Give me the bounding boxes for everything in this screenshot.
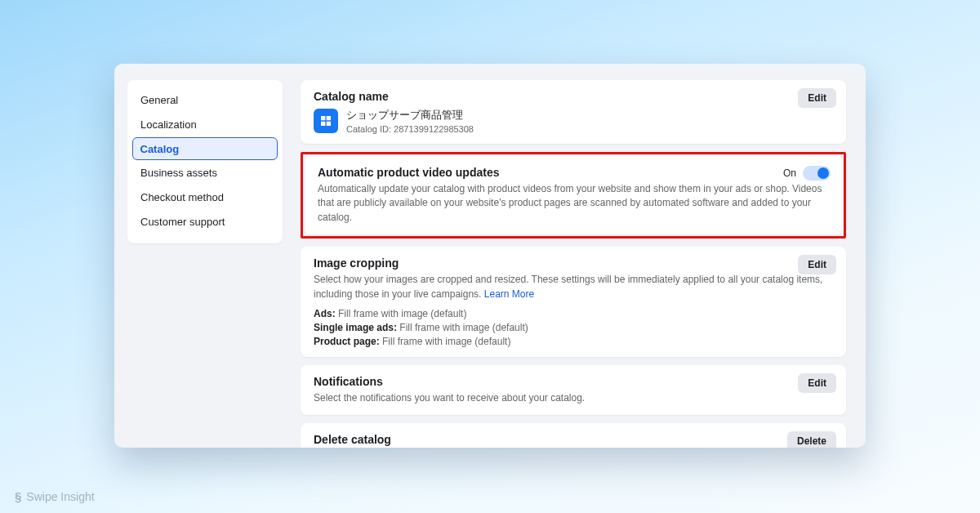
edit-notifications-button[interactable]: Edit (798, 373, 836, 393)
auto-video-highlight: Automatic product video updates On Autom… (301, 152, 846, 239)
settings-main: Catalog name Edit ショップサーブ商品管理 Catalog ID… (301, 80, 846, 431)
auto-video-heading: Automatic product video updates (318, 166, 829, 179)
cropping-single-image-line: Single image ads: Fill frame with image … (314, 322, 833, 333)
watermark-logo-icon: § (15, 489, 21, 503)
watermark: § Swipe Insight (15, 489, 95, 503)
notifications-heading: Notifications (314, 375, 833, 388)
delete-catalog-heading: Delete catalog (314, 433, 833, 446)
sidebar-item-general[interactable]: General (132, 88, 278, 112)
catalog-name-heading: Catalog name (314, 90, 833, 103)
image-cropping-description: Select how your images are cropped and r… (314, 273, 833, 301)
cropping-product-page-line: Product page: Fill frame with image (def… (314, 336, 833, 347)
delete-catalog-button[interactable]: Delete (787, 431, 836, 448)
catalog-name-card: Catalog name Edit ショップサーブ商品管理 Catalog ID… (301, 80, 846, 144)
catalog-name-value: ショップサーブ商品管理 (346, 108, 474, 123)
delete-catalog-card: Delete catalog Delete Remove your catalo… (301, 423, 846, 448)
watermark-text: Swipe Insight (26, 490, 94, 503)
catalog-id-label: Catalog ID: 2871399122985308 (346, 124, 474, 134)
auto-video-card: Automatic product video updates On Autom… (305, 156, 842, 234)
image-cropping-card: Image cropping Edit Select how your imag… (301, 247, 846, 357)
image-cropping-heading: Image cropping (314, 256, 833, 270)
edit-catalog-name-button[interactable]: Edit (798, 88, 836, 108)
auto-video-description: Automatically update your catalog with p… (318, 182, 829, 225)
sidebar-item-business-assets[interactable]: Business assets (132, 161, 278, 185)
settings-window: General Localization Catalog Business as… (114, 64, 866, 448)
cropping-ads-line: Ads: Fill frame with image (default) (314, 308, 833, 319)
edit-image-cropping-button[interactable]: Edit (798, 255, 836, 274)
notifications-description: Select the notifications you want to rec… (314, 391, 833, 405)
notifications-card: Notifications Edit Select the notificati… (301, 365, 846, 415)
settings-sidebar: General Localization Catalog Business as… (127, 80, 283, 243)
sidebar-item-localization[interactable]: Localization (132, 113, 278, 136)
image-cropping-learn-more-link[interactable]: Learn More (484, 288, 534, 300)
auto-video-toggle[interactable] (803, 166, 831, 181)
sidebar-item-checkout-method[interactable]: Checkout method (132, 185, 278, 209)
sidebar-item-customer-support[interactable]: Customer support (132, 210, 278, 234)
auto-video-toggle-label: On (783, 167, 796, 179)
sidebar-item-catalog[interactable]: Catalog (132, 137, 278, 160)
catalog-grid-icon (314, 109, 338, 133)
